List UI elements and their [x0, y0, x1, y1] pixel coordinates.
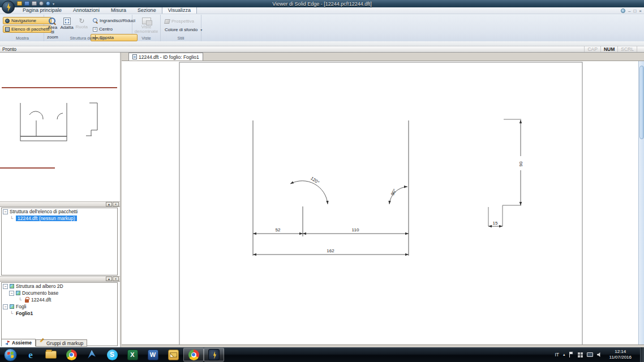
ingrandisci-riduci-button[interactable]: Ingrandisci/Riduci	[91, 17, 138, 24]
left-panel: ▴ × − Struttura dell'elenco di pacchetti…	[0, 53, 121, 347]
viste-denominate-button[interactable]: Viste denominate	[134, 16, 160, 36]
ingrandisci-riduci-label: Ingrandisci/Riduci	[100, 18, 135, 23]
foglio1-label: Foglio1	[16, 311, 33, 316]
tree-row-packages-root[interactable]: − Struttura dell'elenco di pacchetti	[2, 208, 117, 215]
tree-expander-icon[interactable]: −	[3, 209, 8, 214]
colore-sfondo-label: Colore di sfondo	[165, 27, 198, 32]
language-indicator[interactable]: IT	[555, 352, 559, 357]
navigation-icon	[5, 19, 10, 23]
titlebar: Viewer di Solid Edge - [12244.pcf!12244.…	[0, 0, 644, 7]
qat-more-icon[interactable]: ▾	[53, 2, 54, 6]
print-icon[interactable]	[32, 1, 37, 6]
panel-collapse-icon[interactable]: ▴	[106, 202, 112, 206]
skype-icon: S	[107, 350, 118, 360]
taskbar: e S X W IT ▴ 12:14 11/07/2016	[0, 347, 644, 362]
network-display-icon[interactable]	[587, 352, 593, 357]
taskbar-clock[interactable]: 12:14 11/07/2016	[606, 349, 635, 360]
chrome-icon-2	[188, 350, 199, 360]
tree-row-doc-base[interactable]: − Documento base	[2, 290, 117, 296]
start-button[interactable]	[0, 348, 20, 361]
show-desktop-button[interactable]	[640, 347, 644, 362]
group-label-struttura-vista: Struttura della vista	[44, 36, 132, 41]
tree-expander-icon-4[interactable]: −	[3, 304, 8, 309]
taskbar-item-ie[interactable]: e	[20, 348, 41, 361]
doc-file-label: 12244.dft	[31, 297, 51, 303]
adatta-button[interactable]: Adatta	[59, 16, 75, 32]
window-title: Viewer di Solid Edge - [12244.pcf!12244.…	[0, 1, 644, 7]
tree-row-package-item[interactable]: └ 12244.dft (nessun markup)	[2, 215, 117, 222]
named-views-icon	[142, 18, 151, 24]
tree-expander-icon-2[interactable]: −	[3, 284, 8, 289]
panel-tab-strip: Assieme Gruppi di markup	[1, 339, 87, 347]
tab-misura[interactable]: Misura	[105, 7, 132, 14]
word-icon: W	[148, 350, 158, 360]
app-menu-button[interactable]	[2, 1, 15, 14]
tab-assieme[interactable]: Assieme	[1, 339, 36, 347]
windows-update-icon[interactable]	[578, 352, 583, 357]
taskbar-item-solid-edge-viewer[interactable]	[204, 348, 224, 361]
panel-splitter-2[interactable]: ▴ ×	[0, 276, 120, 282]
sheets-icon	[10, 304, 14, 309]
dim-step: 15	[493, 221, 498, 226]
info-icon[interactable]	[46, 1, 50, 6]
action-center-flag-icon[interactable]	[569, 352, 574, 357]
ribbon: Navigazione Elenco di pacchetti Mostra A…	[0, 14, 644, 41]
child-close-button[interactable]: ×	[639, 8, 642, 14]
tree-expander-icon-3[interactable]: −	[9, 291, 14, 296]
assembly-icon	[5, 341, 10, 345]
tab-pagina-principale[interactable]: Pagina principale	[17, 7, 67, 14]
prospettiva-button[interactable]: Prospettiva	[162, 18, 204, 25]
child-restore-button[interactable]: □	[633, 8, 636, 14]
ribbon-group-viste: Viste denominate Viste	[132, 15, 161, 41]
tab-gruppi-markup[interactable]: Gruppi di markup	[36, 339, 87, 347]
open-file-icon[interactable]	[17, 1, 22, 6]
panel-collapse-icon-2[interactable]: ▴	[106, 277, 112, 281]
prospettiva-label: Prospettiva	[171, 19, 194, 24]
tree-row-doc-file[interactable]: └ 12244.dft	[2, 296, 117, 303]
tab-sezione[interactable]: Sezione	[132, 7, 162, 14]
centro-button[interactable]: + Centro	[91, 25, 138, 33]
doc-base-label: Documento base	[22, 290, 58, 296]
fit-icon	[63, 18, 71, 25]
document-tab[interactable]: 12244.dft - ID foglio: Foglio1	[128, 53, 203, 61]
vertical-scrollbar[interactable]	[638, 61, 644, 344]
save-icon[interactable]	[24, 1, 29, 6]
ruota-button[interactable]: ↻ Ruota	[75, 16, 89, 31]
sheet-thumbnail[interactable]	[0, 53, 120, 201]
adatta-label: Adatta	[61, 25, 74, 30]
taskbar-item-chrome[interactable]	[61, 348, 81, 361]
child-minimize-button[interactable]: –	[628, 8, 630, 14]
tree-row-2d-root[interactable]: − Struttura ad albero 2D	[2, 283, 117, 290]
tab-annotazioni[interactable]: Annotazioni	[67, 7, 105, 14]
pencil-icon	[40, 341, 45, 346]
ruota-label: Ruota	[76, 25, 88, 29]
help-icon[interactable]	[621, 8, 625, 13]
panel-close-icon[interactable]: ×	[113, 202, 119, 206]
tree-row-foglio1[interactable]: └ Foglio1	[2, 310, 117, 317]
selected-package-label[interactable]: 12244.dft (nessun markup)	[16, 216, 77, 221]
undo-icon[interactable]	[39, 1, 44, 6]
colore-sfondo-button[interactable]: Colore di sfondo ▾	[162, 26, 204, 33]
scrollbar-thumb[interactable]	[639, 66, 644, 139]
dim-left-width: 52	[276, 227, 281, 232]
solid-edge-viewer-icon	[208, 349, 220, 360]
system-tray: IT ▴ 12:14 11/07/2016	[555, 347, 644, 362]
chevron-down-icon: ▾	[200, 28, 202, 32]
taskbar-item-chrome-2[interactable]	[183, 348, 204, 361]
tray-expand-icon[interactable]: ▴	[563, 352, 565, 357]
speaker-icon[interactable]	[597, 352, 602, 357]
taskbar-item-explorer[interactable]	[41, 348, 61, 361]
taskbar-item-outlook[interactable]	[163, 348, 183, 361]
taskbar-item-skype[interactable]: S	[102, 348, 122, 361]
panel-splitter[interactable]: ▴ ×	[0, 201, 120, 207]
taskbar-item-viewer-app[interactable]	[81, 348, 102, 361]
drawing-canvas[interactable]: 52 110 162 120° 90° 90 15	[122, 61, 644, 344]
taskbar-item-excel[interactable]: X	[122, 348, 143, 361]
panel-close-icon-2[interactable]: ×	[113, 277, 119, 281]
rotate-icon: ↻	[79, 18, 84, 24]
caps-lock-indicator: CAP	[584, 46, 600, 52]
taskbar-item-word[interactable]: W	[143, 348, 163, 361]
dim-height: 90	[518, 161, 523, 166]
tree-row-fogli[interactable]: − Fogli	[2, 303, 117, 310]
status-bar: Pronto CAP NUM SCRL	[0, 46, 644, 53]
